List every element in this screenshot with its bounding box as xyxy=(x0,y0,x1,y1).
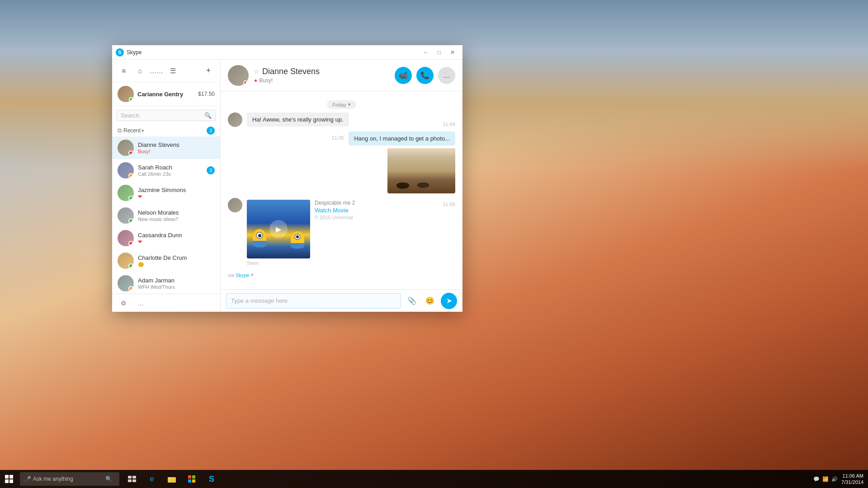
contact-avatar-jazmine xyxy=(118,185,134,201)
date-pill[interactable]: Friday ▾ xyxy=(327,100,356,109)
watch-movie-link[interactable]: Watch Movie xyxy=(315,207,355,214)
chat-area: ☆ Dianne Stevens ● Busy! 📹 📞 … xyxy=(221,60,462,312)
messages-area: Friday ▾ Ha! Awww, she's really growing … xyxy=(221,91,462,289)
contact-info-adam: Adam Jarman WFH Wed/Thurs xyxy=(138,277,215,290)
chat-contact-info: ☆ Dianne Stevens ● Busy! xyxy=(254,67,395,84)
contact-item-sarah[interactable]: Sarah Roach Call 26min 23s 3 xyxy=(112,159,220,182)
message-bubble-1: Ha! Awww, she's really growing up. xyxy=(247,113,349,127)
microphone-icon[interactable]: 🎤 xyxy=(24,476,31,482)
svg-rect-3 xyxy=(132,479,136,482)
message-content-1: Ha! Awww, she's really growing up. xyxy=(247,113,439,127)
contacts-grid-button[interactable]: …… xyxy=(150,65,163,77)
chat-actions: 📹 📞 … xyxy=(395,67,455,84)
message-bubble-2: Hang on, I managed to get a photo... xyxy=(349,131,455,145)
media-thumbnail[interactable]: ▶ xyxy=(247,200,310,258)
network-icon[interactable]: 📶 xyxy=(822,476,829,482)
taskbar-search: 🎤 🔍 xyxy=(20,472,119,486)
photo-feet xyxy=(396,183,429,189)
hamburger-menu-button[interactable]: ≡ xyxy=(118,65,130,77)
search-input[interactable] xyxy=(121,112,204,119)
chat-contact-status-text: Busy! xyxy=(259,77,273,84)
more-button[interactable]: … xyxy=(135,297,146,309)
message-row-3: ▶ Despicable me 2 Watch Movie © 2015 Uni… xyxy=(228,198,455,266)
notifications-icon[interactable]: 💬 xyxy=(813,476,820,482)
contact-info-cassandra: Cassandra Dunn ❤ xyxy=(138,232,215,245)
search-icon: 🔍 xyxy=(204,112,212,119)
contact-name-jazmine: Jazmine Simmons xyxy=(138,187,215,193)
date-divider: Friday ▾ xyxy=(228,100,455,109)
file-explorer-icon[interactable] xyxy=(163,470,181,488)
store-icon[interactable] xyxy=(183,470,201,488)
close-button[interactable]: ✕ xyxy=(446,48,459,57)
svg-rect-7 xyxy=(192,475,195,479)
user-avatar xyxy=(118,86,134,102)
message-input-area: 📎 😊 ➤ xyxy=(221,289,462,312)
favorite-star-icon[interactable]: ☆ xyxy=(254,68,259,75)
user-status-indicator xyxy=(129,97,133,102)
play-button[interactable]: ▶ xyxy=(269,220,288,238)
send-button[interactable]: ➤ xyxy=(441,293,457,309)
message-time-1: 11:04 xyxy=(443,122,455,127)
user-name: Carianne Gentry xyxy=(137,91,198,98)
taskbar-date-display: 7/31/2014 xyxy=(841,479,863,485)
home-button[interactable]: ⌂ xyxy=(134,65,146,77)
internet-explorer-icon[interactable]: e xyxy=(143,470,161,488)
attach-file-button[interactable]: 📎 xyxy=(405,294,419,308)
skype-taskbar-icon[interactable]: S xyxy=(203,470,221,488)
volume-icon[interactable]: 🔊 xyxy=(831,476,838,482)
contact-info-jazmine: Jazmine Simmons ❤ xyxy=(138,187,215,200)
recent-header[interactable]: ⧉ Recent ▾ 3 xyxy=(112,125,220,136)
contact-item-charlotte[interactable]: Charlotte De Crum 😊 xyxy=(112,249,220,272)
media-card: ▶ Despicable me 2 Watch Movie © 2015 Uni… xyxy=(247,200,439,258)
cassandra-status-dot xyxy=(128,241,133,246)
add-contact-button[interactable]: + xyxy=(202,65,215,77)
contact-item-dianne[interactable]: Dianne Stevens Busy! xyxy=(112,136,220,159)
video-call-button[interactable]: 📹 xyxy=(395,67,412,84)
window-controls: − □ ✕ xyxy=(419,48,459,57)
contact-info-charlotte: Charlotte De Crum 😊 xyxy=(138,254,215,267)
skype-logo: S xyxy=(116,48,124,56)
contact-item-jazmine[interactable]: Jazmine Simmons ❤ xyxy=(112,182,220,204)
taskbar-app-icons: e S xyxy=(123,470,221,488)
settings-button[interactable]: ⚙ xyxy=(118,297,129,309)
taskbar-search-icon[interactable]: 🔍 xyxy=(105,476,112,482)
window-title: Skype xyxy=(127,49,419,56)
voice-call-button[interactable]: 📞 xyxy=(416,67,434,84)
taskbar: 🎤 🔍 e S 💬 📶 🔊 11:06 AM 7/31/2014 xyxy=(0,470,868,488)
contact-info-sarah: Sarah Roach Call 26min 23s xyxy=(138,164,207,177)
taskbar-clock[interactable]: 11:06 AM 7/31/2014 xyxy=(841,473,863,486)
minimize-button[interactable]: − xyxy=(419,48,432,57)
task-view-button[interactable] xyxy=(123,470,141,488)
minion-left xyxy=(250,229,269,256)
contact-item-adam[interactable]: Adam Jarman WFH Wed/Thurs xyxy=(112,272,220,294)
contacts-list-button[interactable]: ☰ xyxy=(166,65,179,77)
start-button[interactable] xyxy=(0,470,18,488)
emoji-button[interactable]: 😊 xyxy=(423,294,437,308)
chat-contact-status: ● Busy! xyxy=(254,77,395,84)
via-skype-link[interactable]: Skype xyxy=(236,272,250,278)
title-bar: S Skype − □ ✕ xyxy=(112,45,462,60)
sidebar-bottom-bar: ⚙ … xyxy=(112,294,220,312)
contact-item-nelson[interactable]: Nelson Morales New music ideas? xyxy=(112,204,220,227)
more-options-button[interactable]: … xyxy=(438,67,455,84)
message-content-3: ▶ Despicable me 2 Watch Movie © 2015 Uni… xyxy=(247,198,439,266)
maximize-button[interactable]: □ xyxy=(433,48,445,57)
contact-status-adam: WFH Wed/Thurs xyxy=(138,284,215,290)
contact-info-nelson: Nelson Morales New music ideas? xyxy=(138,209,215,222)
message-row-1: Ha! Awww, she's really growing up. 11:04 xyxy=(228,113,455,127)
user-credit: $17.50 xyxy=(198,91,215,97)
contact-avatar-sarah xyxy=(118,162,134,178)
message-time-2: 11:05 xyxy=(332,135,344,141)
taskbar-search-input[interactable] xyxy=(33,476,105,482)
contact-item-cassandra[interactable]: Cassandra Dunn ❤ xyxy=(112,227,220,249)
contact-avatar-charlotte xyxy=(118,253,134,269)
svg-rect-0 xyxy=(128,476,132,479)
svg-rect-2 xyxy=(128,479,132,482)
charlotte-status-dot xyxy=(128,263,133,268)
contact-status-cassandra: ❤ xyxy=(138,239,215,245)
recent-icon: ⧉ xyxy=(118,127,122,134)
message-input[interactable] xyxy=(226,293,401,309)
message-avatar-3 xyxy=(228,198,242,212)
sarah-badge: 3 xyxy=(207,166,215,174)
nelson-status-dot xyxy=(128,218,133,223)
